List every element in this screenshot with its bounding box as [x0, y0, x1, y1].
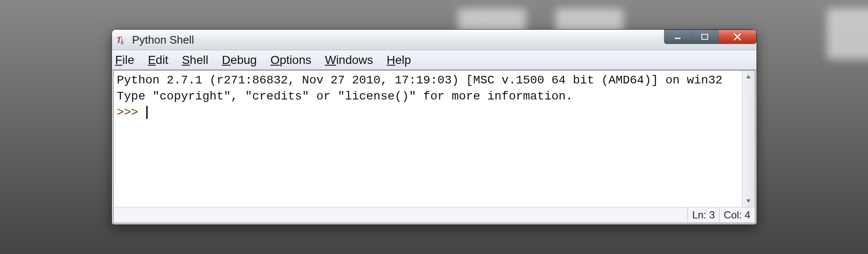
minimize-button[interactable]: [664, 30, 691, 44]
menu-windows[interactable]: Windows: [325, 53, 373, 67]
text-cursor: [146, 106, 148, 119]
svg-rect-3: [702, 34, 708, 39]
menu-shell[interactable]: Shell: [182, 53, 208, 67]
menu-file[interactable]: File: [115, 53, 134, 67]
svg-text:k: k: [120, 38, 124, 46]
background-blob: [827, 8, 868, 59]
shell-text-area[interactable]: Python 2.7.1 (r271:86832, Nov 27 2010, 1…: [114, 71, 742, 207]
menu-debug[interactable]: Debug: [222, 53, 257, 67]
menu-help[interactable]: Help: [387, 53, 411, 67]
menu-edit[interactable]: Edit: [148, 53, 168, 67]
scroll-down-icon[interactable]: [743, 196, 754, 206]
menu-mnemonic: D: [222, 53, 230, 66]
banner-line: Type "copyright", "credits" or "license(…: [117, 90, 573, 103]
banner-line: Python 2.7.1 (r271:86832, Nov 27 2010, 1…: [117, 74, 723, 87]
statusbar: Ln: 3 Col: 4: [114, 207, 755, 223]
menubar: FileEditShellDebugOptionsWindowsHelp: [112, 50, 756, 70]
svg-marker-7: [746, 199, 751, 203]
minimize-icon: [673, 33, 682, 41]
menu-mnemonic: F: [115, 53, 123, 66]
window-title: Python Shell: [132, 33, 194, 47]
desktop-backdrop: T k Python Shell: [0, 0, 868, 254]
window-controls: [664, 30, 756, 50]
menu-mnemonic: H: [387, 53, 395, 66]
status-column: Col: 4: [719, 207, 755, 223]
scroll-up-icon[interactable]: [743, 72, 754, 82]
titlebar[interactable]: T k Python Shell: [112, 30, 756, 50]
menu-mnemonic: E: [148, 53, 156, 66]
tk-logo-icon: T k: [116, 34, 128, 46]
maximize-icon: [701, 33, 709, 41]
close-button[interactable]: [718, 30, 756, 44]
menu-mnemonic: S: [182, 53, 190, 66]
close-icon: [733, 32, 742, 41]
client-area: Python 2.7.1 (r271:86832, Nov 27 2010, 1…: [113, 70, 756, 224]
menu-mnemonic: W: [325, 53, 336, 66]
vertical-scrollbar[interactable]: [742, 71, 755, 207]
menu-mnemonic: O: [271, 53, 280, 66]
client-inner: Python 2.7.1 (r271:86832, Nov 27 2010, 1…: [114, 71, 755, 207]
python-shell-window: T k Python Shell: [112, 29, 757, 225]
shell-prompt: >>>: [117, 106, 145, 119]
maximize-button[interactable]: [691, 30, 718, 44]
status-line: Ln: 3: [687, 207, 719, 223]
svg-rect-2: [675, 38, 681, 39]
menu-options[interactable]: Options: [271, 53, 312, 67]
svg-marker-6: [746, 75, 751, 78]
